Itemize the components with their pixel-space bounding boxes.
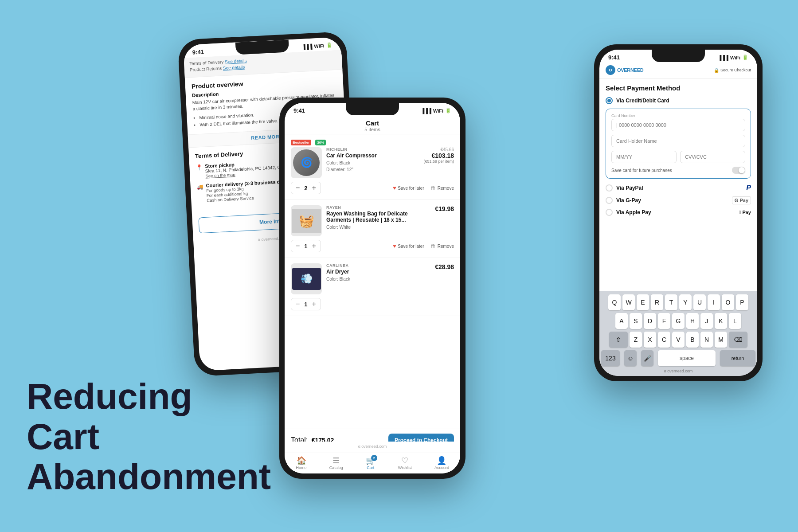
key-D[interactable]: D: [644, 313, 656, 329]
key-B[interactable]: B: [686, 332, 699, 348]
logo-circle: O: [606, 65, 615, 75]
item3-name: Air Dryer: [326, 269, 430, 275]
key-X[interactable]: X: [644, 332, 656, 348]
key-S[interactable]: S: [630, 313, 642, 329]
expiry-input[interactable]: [611, 151, 677, 163]
payment-section-title: Select Payment Method: [606, 84, 751, 92]
key-G[interactable]: G: [672, 313, 685, 329]
cart-item-2: 🧺 RAYEN Rayen Washing Bag for Delicate G…: [285, 200, 460, 258]
save-card-toggle[interactable]: [732, 167, 745, 174]
item1-qty-value: 2: [304, 185, 307, 192]
heading-line1: Reducing: [27, 376, 271, 416]
key-W[interactable]: W: [622, 294, 635, 310]
item1-qty-plus[interactable]: +: [312, 184, 316, 192]
truck-icon: 🚚: [196, 184, 203, 190]
item3-qty-value: 1: [304, 301, 307, 308]
payment-option-applepay[interactable]: Via Apple Pay  Pay: [606, 209, 751, 216]
key-U[interactable]: U: [693, 294, 706, 310]
key-R[interactable]: R: [651, 294, 663, 310]
logo-text: OVERNEED: [617, 67, 643, 73]
item2-qty-minus[interactable]: −: [296, 242, 300, 250]
item3-qty-plus[interactable]: +: [312, 300, 316, 308]
cvv-input[interactable]: [680, 151, 745, 163]
key-J[interactable]: J: [700, 313, 713, 329]
card-holder-input[interactable]: [611, 135, 745, 147]
key-backspace[interactable]: ⌫: [729, 332, 747, 348]
key-F[interactable]: F: [658, 313, 670, 329]
bottom-navigation: 🏠 Home ☰ Catalog 🛒 2 Cart ♡ Wishlist 👤 A…: [285, 453, 460, 473]
key-Y[interactable]: Y: [679, 294, 692, 310]
see-on-map-link[interactable]: See on the map: [205, 172, 235, 178]
item2-price: €19.98: [435, 205, 454, 212]
key-emoji[interactable]: ☺: [624, 350, 637, 366]
payment-option-card[interactable]: Via Credit/Debit Card: [606, 97, 751, 104]
gpay-icon: G Pay: [732, 196, 751, 204]
item1-save-later[interactable]: ♥ Save for later: [393, 185, 424, 191]
item1-qty-minus[interactable]: −: [296, 184, 300, 192]
item2-qty-control[interactable]: − 1 +: [291, 240, 321, 252]
applepay-icon:  Pay: [739, 210, 751, 215]
item2-qty-plus[interactable]: +: [312, 242, 316, 250]
item3-qty-minus[interactable]: −: [296, 300, 300, 308]
card-number-input[interactable]: [611, 119, 745, 131]
badge-percent: 30%: [315, 140, 326, 145]
payment-section: Select Payment Method Via Credit/Debit C…: [599, 79, 757, 226]
item3-qty-control[interactable]: − 1 +: [291, 298, 321, 310]
key-N[interactable]: N: [700, 332, 713, 348]
product-returns-label: Product Returns: [190, 66, 222, 72]
key-L[interactable]: L: [729, 313, 741, 329]
card-number-label: Card Number: [611, 113, 745, 118]
cart-items-count: 5 items: [285, 127, 460, 132]
payment-option-paypal[interactable]: Via PayPal P: [606, 184, 751, 192]
phone-notch: [652, 50, 705, 62]
radio-paypal[interactable]: [606, 184, 613, 192]
radio-applepay[interactable]: [606, 209, 613, 216]
payment-applepay-label: Via Apple Pay: [616, 209, 735, 215]
item1-remove[interactable]: 🗑 Remove: [430, 185, 454, 191]
key-M[interactable]: M: [715, 332, 727, 348]
product-returns-link[interactable]: See details: [223, 65, 245, 71]
key-numbers[interactable]: 123: [601, 350, 620, 366]
terms-of-delivery-link[interactable]: See details: [225, 58, 247, 64]
item3-price: €28.98: [435, 263, 454, 270]
key-mic[interactable]: 🎤: [641, 350, 653, 366]
heading-line2: Cart: [27, 417, 271, 457]
radio-card[interactable]: [606, 97, 613, 104]
key-A[interactable]: A: [615, 313, 628, 329]
key-K[interactable]: K: [715, 313, 727, 329]
item2-image: 🧺: [291, 205, 322, 236]
item1-per-item: (€51.59 per item): [423, 159, 454, 164]
cart-item-1: Bestseller 30% 🌀 MICHELIN Car Air Compre…: [285, 134, 460, 200]
nav-wishlist[interactable]: ♡ Wishlist: [398, 456, 412, 470]
nav-account[interactable]: 👤 Account: [434, 456, 449, 470]
key-T[interactable]: T: [665, 294, 677, 310]
key-P[interactable]: P: [736, 294, 748, 310]
key-Q[interactable]: Q: [608, 294, 621, 310]
catalog-icon: ☰: [329, 456, 343, 466]
key-C[interactable]: C: [658, 332, 670, 348]
key-E[interactable]: E: [637, 294, 649, 310]
payment-option-gpay[interactable]: Via G-Pay G Pay: [606, 196, 751, 204]
wishlist-icon: ♡: [398, 456, 412, 466]
item2-remove[interactable]: 🗑 Remove: [430, 243, 454, 249]
key-V[interactable]: V: [672, 332, 685, 348]
key-space[interactable]: space: [658, 350, 716, 366]
key-H[interactable]: H: [686, 313, 699, 329]
read-more-text[interactable]: READ MORE: [251, 133, 283, 141]
item2-save-later[interactable]: ♥ Save for later: [393, 243, 424, 249]
nav-home[interactable]: 🏠 Home: [296, 456, 307, 470]
item1-attrs: Color: Black Diameter: 12": [326, 160, 419, 173]
key-Z[interactable]: Z: [630, 332, 642, 348]
nav-catalog[interactable]: ☰ Catalog: [329, 456, 343, 470]
status-icons: ▐▐▐ WiFi 🔋: [421, 108, 451, 113]
key-return[interactable]: return: [720, 350, 755, 366]
nav-cart[interactable]: 🛒 2 Cart: [366, 456, 376, 470]
key-I[interactable]: I: [708, 294, 720, 310]
radio-gpay[interactable]: [606, 197, 613, 204]
key-O[interactable]: O: [722, 294, 734, 310]
item1-qty-control[interactable]: − 2 +: [291, 182, 321, 194]
account-icon: 👤: [434, 456, 449, 466]
key-shift[interactable]: ⇧: [609, 332, 628, 348]
trash-icon: 🗑: [430, 243, 436, 249]
badge-bestseller: Bestseller: [291, 140, 311, 145]
